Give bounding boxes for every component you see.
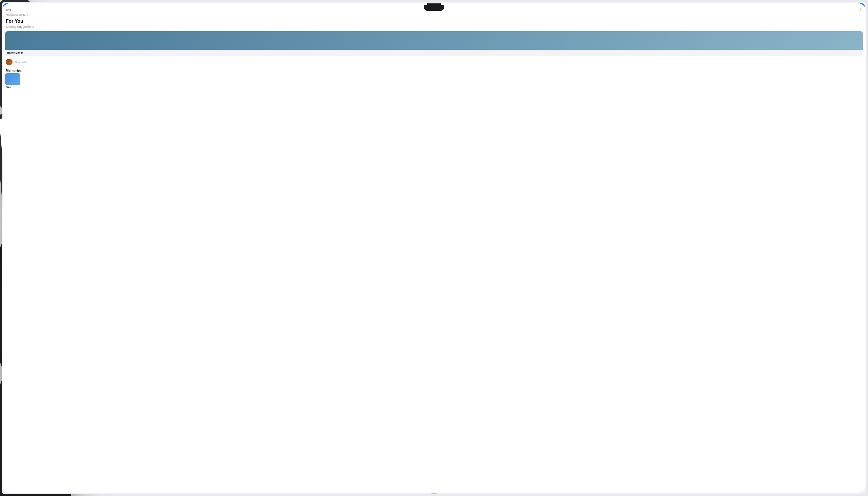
news-memory-thumb-1 (5, 73, 20, 85)
news-memory-item-1[interactable]: Na... (5, 73, 20, 88)
news-user-row: Share with (2, 57, 866, 67)
iphone-news-screen: 9:41 🔋 MONDAY, JUNE 4 For You Sharing Su… (2, 3, 866, 493)
news-story-title: Baker Baker (5, 50, 863, 56)
news-memory-title-1: Na... (5, 86, 20, 88)
news-share-text: Share with (14, 61, 27, 64)
news-memories-label: Memories (2, 67, 866, 73)
news-for-you: For You (2, 18, 866, 25)
news-sharing-sugg: Sharing Suggestions (2, 25, 866, 30)
memoji-notch (424, 5, 444, 11)
news-story-card[interactable]: Baker Baker (5, 31, 863, 56)
news-time: 9:41 (6, 8, 11, 11)
news-story-image (5, 31, 863, 50)
news-battery: 🔋 (859, 8, 862, 11)
news-avatar (6, 59, 13, 65)
news-date: MONDAY, JUNE 4 (2, 12, 866, 18)
news-memory-row: Na... (2, 73, 866, 88)
